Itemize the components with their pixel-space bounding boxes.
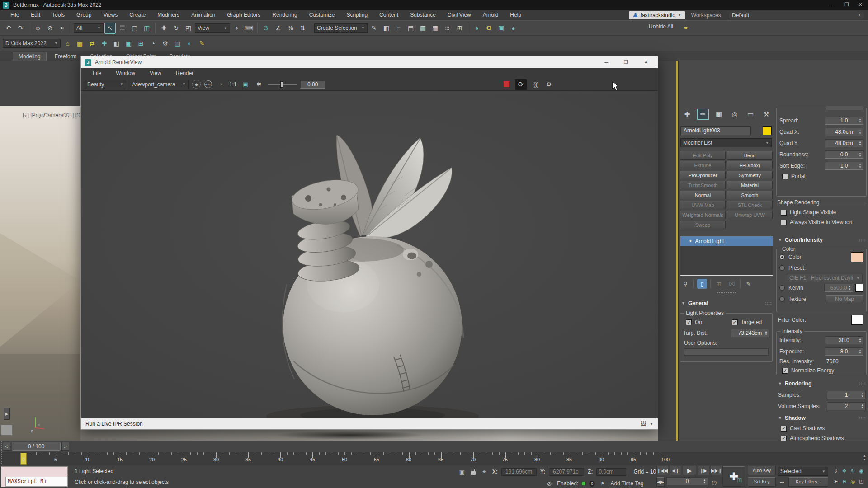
menu-item[interactable]: Arnold — [477, 10, 505, 19]
bind-to-space-warp-icon[interactable]: ≈ — [57, 23, 68, 34]
snapshot-icon[interactable]: ▣ — [123, 38, 134, 49]
spinner[interactable]: ▲▼ — [764, 329, 769, 337]
viewport-label[interactable]: [+] [PhysCamera001] [S — [22, 112, 80, 118]
modifier-button[interactable]: Material — [727, 181, 773, 189]
ribbon-tab[interactable]: Freeform — [49, 52, 82, 61]
align-icon[interactable]: ≡ — [393, 23, 404, 34]
configure-modifier-sets-icon[interactable]: ✎ — [744, 279, 754, 289]
camera-dropdown[interactable]: /viewport_camera▼ — [130, 80, 189, 89]
previous-frame-button[interactable]: < — [3, 442, 10, 451]
value-field[interactable]: 1.0▲▼ — [825, 162, 863, 170]
unlink-selection-icon[interactable]: ⊘ — [44, 23, 56, 34]
modifier-button[interactable]: Symmetry — [727, 171, 773, 179]
menu-item[interactable]: Views — [97, 10, 123, 19]
kelvin-radio[interactable] — [779, 285, 785, 291]
checkbox[interactable] — [686, 319, 692, 325]
key-filters-button[interactable]: Key Filters... — [788, 477, 828, 487]
display-tab-icon[interactable]: ▭ — [745, 109, 756, 120]
adaptive-degradation-icon[interactable]: ⊘ — [545, 479, 554, 488]
menu-item[interactable]: File — [85, 69, 108, 77]
edit-named-sets-icon[interactable]: ✎ — [368, 23, 380, 34]
spinner[interactable]: ▲▼ — [858, 348, 863, 355]
spinner[interactable]: ▲▼ — [858, 162, 863, 169]
menu-item[interactable]: Tools — [46, 10, 71, 19]
select-and-scale-icon[interactable]: ◰ — [183, 23, 194, 34]
render-setup-icon[interactable]: ⚙ — [483, 23, 495, 34]
panel-resize-grip[interactable] — [717, 292, 736, 293]
exposure-icon[interactable]: ✱ — [254, 80, 264, 89]
preset-dropdown[interactable]: CIE F1 - Fluorescent Dayli▼ — [787, 274, 863, 282]
add-asset-icon[interactable]: ✚ — [99, 38, 110, 49]
value-field[interactable]: 30.0▲▼ — [825, 336, 863, 344]
modifier-button[interactable]: Edit Poly — [680, 151, 726, 160]
kelvin-color-swatch[interactable] — [855, 284, 863, 292]
show-end-result-icon[interactable]: ▯ — [697, 279, 707, 289]
menu-item[interactable]: View — [142, 69, 169, 77]
targ-dist-field[interactable]: 73.243cm▲▼ — [731, 329, 769, 337]
curve-editor-icon[interactable]: ≋ — [442, 23, 453, 34]
zoom-all-icon[interactable]: ◎ — [849, 477, 857, 486]
motion-tab-icon[interactable]: ◎ — [729, 109, 741, 120]
spinner[interactable]: ▲▼ — [858, 140, 863, 147]
select-object-icon[interactable]: ↖ — [104, 23, 116, 34]
key-mode-icon[interactable]: ➙ — [778, 478, 787, 487]
spinner-snap-icon[interactable]: ⇅ — [297, 23, 308, 34]
filter-color-swatch[interactable] — [851, 315, 863, 325]
checkbox[interactable] — [781, 436, 787, 441]
render-canvas[interactable] — [81, 91, 658, 418]
exposure-value-field[interactable]: 0.00 — [300, 80, 326, 89]
reference-coordinate-dropdown[interactable]: View▼ — [195, 23, 230, 33]
unhide-all-button[interactable]: Unhide All — [649, 23, 673, 30]
minimize-button[interactable]: ─ — [826, 0, 840, 9]
menu-item[interactable]: File — [5, 10, 25, 19]
menu-item[interactable]: Create — [123, 10, 151, 19]
value-field[interactable]: 1▲▼ — [827, 391, 866, 399]
menu-item[interactable]: Rendering — [266, 10, 303, 19]
user-options-field[interactable] — [684, 348, 769, 356]
checkbox-row[interactable]: Light Shape Visible — [775, 207, 868, 217]
modifier-button[interactable]: UVW Map — [680, 201, 726, 209]
menu-item[interactable]: Modifiers — [151, 10, 185, 19]
trackbar-scroll-buttons[interactable]: ▲▼ — [863, 454, 866, 461]
menu-item[interactable]: Edit — [25, 10, 46, 19]
spinner[interactable]: ▲▼ — [858, 128, 863, 136]
modifier-button[interactable]: Weighted Normals — [680, 211, 726, 219]
value-field[interactable]: 0.0▲▼ — [825, 150, 863, 159]
object-color-swatch[interactable] — [763, 126, 772, 135]
annotate-tool-icon[interactable]: ✎ — [196, 38, 208, 49]
abort-render-button[interactable] — [501, 80, 511, 89]
remove-modifier-icon[interactable]: ⌧ — [727, 279, 737, 289]
keyboard-override-icon[interactable]: ⌨ — [243, 23, 255, 34]
spacing-tool-icon[interactable]: ◔ — [147, 38, 159, 49]
ribbon-toggle-icon[interactable]: ▦ — [429, 23, 441, 34]
aov-dropdown[interactable]: Beauty▼ — [85, 80, 126, 89]
checkbox[interactable] — [782, 368, 788, 374]
render-target-icon[interactable]: ● — [192, 80, 201, 89]
menu-item[interactable]: Graph Editors — [221, 10, 266, 19]
add-time-tag-button[interactable]: Add Time Tag — [610, 480, 643, 487]
named-selection-set-combo[interactable]: Create Selection Se▼ — [314, 23, 368, 33]
current-frame-field[interactable]: 0▲▼ — [666, 477, 708, 485]
checkbox-row[interactable]: Atmospheric Shadows — [775, 433, 868, 441]
checkbox-row[interactable]: On — [680, 317, 726, 327]
modifier-button[interactable]: Unwrap UVW — [727, 211, 773, 219]
modifier-button[interactable]: ProOptimizer — [680, 171, 726, 179]
renderview-titlebar[interactable]: 3 Arnold RenderView ─ ❐ ✕ — [81, 56, 658, 68]
value-field[interactable]: 2▲▼ — [827, 402, 866, 410]
menu-item[interactable]: Customize — [303, 10, 341, 19]
shade-tool-icon[interactable]: ◐ — [184, 38, 195, 49]
object-name-field[interactable]: ArnoldLight003 — [680, 126, 751, 135]
value-field[interactable]: 8.0▲▼ — [825, 347, 863, 356]
scene-explorer-icon[interactable]: ▤ — [405, 23, 416, 34]
rgb-channels-icon[interactable]: RGB — [204, 80, 212, 88]
checkbox[interactable] — [781, 210, 787, 216]
menu-item[interactable]: Render — [169, 69, 201, 77]
light-color-swatch[interactable] — [851, 252, 863, 262]
ipr-loop-icon[interactable]: ⟳ — [515, 79, 527, 90]
make-unique-icon[interactable]: ⊞ — [714, 279, 724, 289]
absolute-offset-mode-icon[interactable]: ⌖ — [480, 467, 489, 476]
stack-item-arnold-light[interactable]: ✦ Arnold Light — [680, 236, 773, 246]
menu-item[interactable]: Animation — [185, 10, 221, 19]
menu-item[interactable]: Window — [108, 69, 142, 77]
modifier-button[interactable]: Sweep — [680, 221, 726, 229]
